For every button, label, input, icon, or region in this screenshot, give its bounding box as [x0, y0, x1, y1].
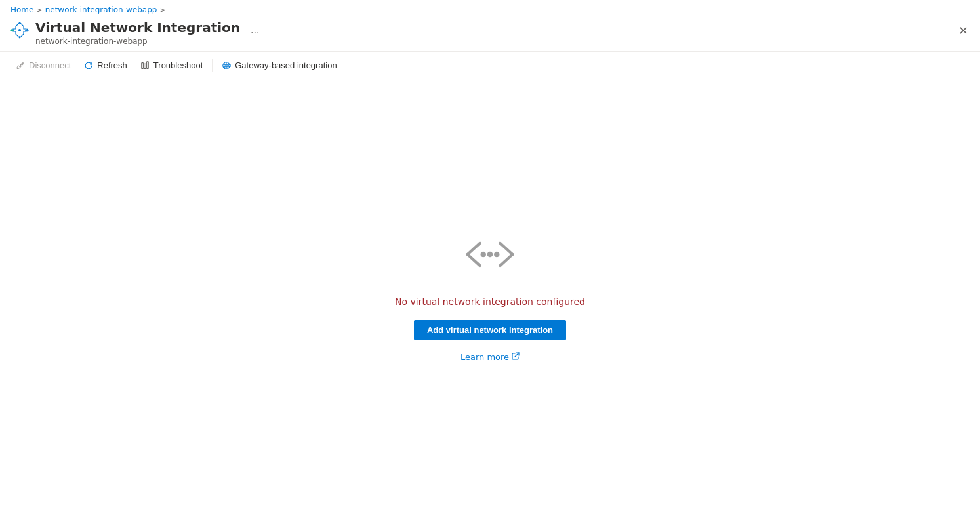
gateway-integration-button[interactable]: Gateway-based integration	[216, 57, 342, 73]
learn-more-label: Learn more	[460, 352, 509, 362]
disconnect-icon	[16, 61, 25, 70]
svg-line-17	[500, 254, 512, 266]
troubleshoot-label: Troubleshoot	[153, 60, 203, 70]
panel-header: Virtual Network Integration network-inte…	[0, 17, 980, 52]
add-integration-button[interactable]: Add virtual network integration	[414, 320, 566, 340]
svg-rect-7	[146, 61, 148, 68]
svg-line-15	[468, 254, 480, 266]
empty-illustration	[451, 228, 529, 281]
troubleshoot-button[interactable]: Troubleshoot	[135, 57, 208, 73]
refresh-label: Refresh	[97, 60, 127, 70]
panel-title-block: Virtual Network Integration network-inte…	[35, 20, 240, 46]
external-link-icon	[512, 352, 520, 362]
svg-point-1	[18, 29, 21, 31]
gateway-integration-label: Gateway-based integration	[235, 60, 337, 70]
page-title: Virtual Network Integration	[35, 20, 240, 35]
gateway-icon	[222, 61, 231, 70]
breadcrumb-resource[interactable]: network-integration-webapp	[45, 5, 157, 14]
troubleshoot-icon	[140, 61, 150, 70]
svg-rect-5	[142, 62, 144, 68]
toolbar: Disconnect Refresh Troubleshoot	[0, 52, 980, 79]
vnet-icon	[10, 21, 29, 39]
disconnect-button[interactable]: Disconnect	[10, 57, 76, 73]
svg-point-19	[487, 251, 493, 257]
refresh-button[interactable]: Refresh	[79, 57, 133, 73]
svg-point-18	[480, 251, 486, 257]
empty-state-message: No virtual network integration configure…	[395, 296, 585, 307]
close-button[interactable]: ✕	[954, 22, 972, 39]
svg-rect-6	[144, 64, 146, 68]
disconnect-label: Disconnect	[29, 60, 71, 70]
breadcrumb-sep1: >	[36, 6, 42, 14]
svg-line-14	[468, 243, 480, 254]
svg-point-20	[494, 251, 500, 257]
toolbar-divider	[212, 59, 213, 72]
svg-line-16	[500, 243, 512, 254]
main-content: No virtual network integration configure…	[0, 79, 980, 510]
learn-more-link[interactable]: Learn more	[460, 352, 520, 362]
breadcrumb-sep2: >	[159, 6, 165, 14]
breadcrumb-home[interactable]: Home	[10, 5, 33, 14]
breadcrumb: Home > network-integration-webapp >	[0, 0, 980, 17]
refresh-icon	[84, 61, 93, 70]
more-options-button[interactable]: ...	[245, 22, 264, 38]
page-subtitle: network-integration-webapp	[35, 37, 240, 46]
svg-line-4	[22, 62, 24, 64]
